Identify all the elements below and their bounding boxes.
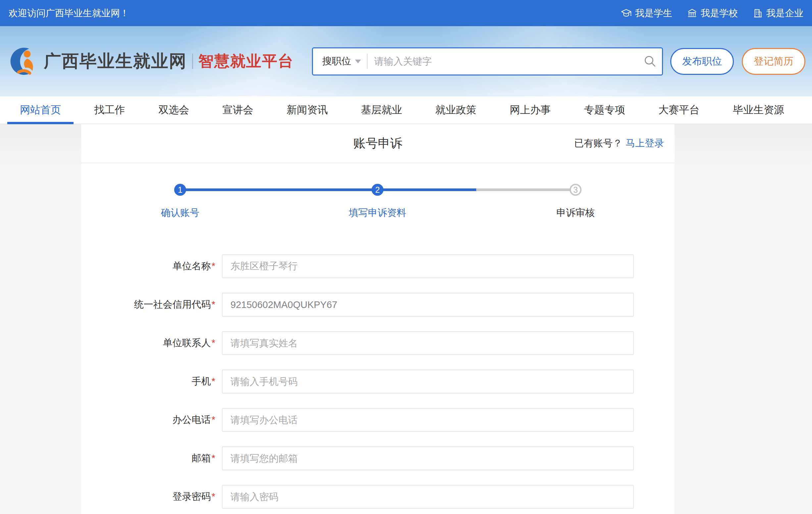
panel-header: 账号申诉 已有账号？ 马上登录 [81, 124, 674, 163]
step-2-circle: 2 [372, 184, 383, 196]
form-row-mobile: 手机* [81, 370, 674, 394]
search-input[interactable] [368, 56, 638, 67]
form-row-email: 邮箱* [81, 447, 674, 470]
step-2-label: 填写申诉资料 [349, 206, 406, 220]
student-link-label: 我是学生 [635, 7, 672, 20]
step-3-label: 申诉审核 [556, 206, 595, 220]
nav-item-policy[interactable]: 就业政策 [435, 96, 476, 123]
register-resume-button[interactable]: 登记简历 [742, 48, 805, 75]
site-tagline: 智慧就业平台 [198, 51, 294, 72]
nav-item-find-job[interactable]: 找工作 [94, 96, 125, 123]
school-link[interactable]: 我是学校 [687, 7, 738, 20]
mobile-input[interactable] [222, 370, 634, 394]
search-icon [643, 54, 657, 68]
step-1-label: 确认账号 [161, 206, 199, 220]
required-asterisk: * [212, 261, 215, 271]
enterprise-link-label: 我是企业 [766, 7, 803, 20]
appeal-form: 单位名称* 统一社会信用代码* 单位联系人* 手机* 办公电话* 邮箱* [81, 254, 674, 509]
nav-item-special-topics[interactable]: 专题专项 [584, 96, 625, 123]
contact-person-input[interactable] [222, 331, 634, 355]
step-1-circle: 1 [174, 184, 186, 196]
nav-item-job-fair[interactable]: 双选会 [158, 96, 189, 123]
form-row-password: 登录密码* [81, 485, 674, 509]
email-label: 邮箱* [81, 452, 215, 465]
site-name: 广西毕业生就业网 [44, 50, 187, 73]
header-actions: 发布职位 登记简历 [670, 48, 805, 75]
publish-job-button[interactable]: 发布职位 [670, 48, 734, 75]
unit-name-label: 单位名称* [81, 260, 215, 273]
nav-item-grassroots[interactable]: 基层就业 [361, 96, 402, 123]
school-link-label: 我是学校 [701, 7, 738, 20]
form-row-contact-person: 单位联系人* [81, 331, 674, 355]
login-hint-text: 已有账号？ [574, 137, 622, 150]
graduation-cap-icon [620, 8, 632, 18]
search-button[interactable] [638, 48, 662, 75]
nav-item-graduate-resources[interactable]: 毕业生资源 [733, 96, 784, 123]
office-phone-input[interactable] [222, 408, 634, 432]
student-link[interactable]: 我是学生 [620, 7, 672, 20]
nav-item-info-session[interactable]: 宣讲会 [223, 96, 253, 123]
search-category-select[interactable]: 搜职位 [313, 55, 367, 68]
form-row-credit-code: 统一社会信用代码* [81, 293, 674, 317]
required-asterisk: * [212, 376, 215, 387]
form-row-unit-name: 单位名称* [81, 254, 674, 278]
required-asterisk: * [212, 453, 215, 463]
step-line-1-2 [180, 189, 378, 191]
site-logo[interactable]: 广西毕业生就业网 智慧就业平台 [9, 46, 294, 77]
office-phone-label: 办公电话* [81, 413, 215, 427]
school-icon [687, 8, 697, 18]
form-row-office-phone: 办公电话* [81, 408, 674, 432]
step-3-circle: 3 [570, 184, 581, 196]
search-category-label: 搜职位 [322, 55, 351, 68]
password-input[interactable] [222, 485, 634, 509]
step-line-2-3-progress [378, 189, 476, 191]
enterprise-link[interactable]: 我是企业 [752, 7, 803, 20]
nav-item-online-services[interactable]: 网上办事 [510, 96, 551, 123]
chevron-down-icon [355, 60, 361, 63]
topbar-role-links: 我是学生 我是学校 我是企业 [620, 7, 803, 20]
appeal-panel: 账号申诉 已有账号？ 马上登录 1 2 3 确认账号 填写申诉资料 申诉审核 单… [81, 124, 674, 514]
nav-item-home[interactable]: 网站首页 [20, 96, 61, 123]
email-input[interactable] [222, 447, 634, 470]
welcome-text: 欢迎访问广西毕业生就业网！ [9, 7, 129, 20]
nav-item-news[interactable]: 新闻资讯 [286, 96, 327, 123]
enterprise-icon [752, 8, 763, 18]
topbar: 欢迎访问广西毕业生就业网！ 我是学生 我是学校 [0, 0, 812, 26]
nav-item-competition[interactable]: 大赛平台 [658, 96, 699, 123]
required-asterisk: * [212, 338, 215, 348]
mobile-label: 手机* [81, 375, 215, 388]
unit-name-input[interactable] [222, 254, 634, 278]
required-asterisk: * [212, 491, 215, 502]
main-nav: 网站首页 找工作 双选会 宣讲会 新闻资讯 基层就业 就业政策 网上办事 专题专… [0, 96, 812, 124]
contact-person-label: 单位联系人* [81, 337, 215, 350]
required-asterisk: * [212, 299, 215, 310]
logo-divider [192, 54, 193, 69]
content-background: 账号申诉 已有账号？ 马上登录 1 2 3 确认账号 填写申诉资料 申诉审核 单… [0, 124, 812, 514]
step-line-2-3-remaining [476, 189, 576, 191]
logo-emblem-icon [9, 46, 39, 77]
login-hint: 已有账号？ 马上登录 [574, 124, 664, 163]
credit-code-label: 统一社会信用代码* [81, 298, 215, 311]
header-banner: 广西毕业生就业网 智慧就业平台 搜职位 发布职位 登记简历 [0, 26, 812, 96]
credit-code-input[interactable] [222, 293, 634, 317]
job-search-box: 搜职位 [312, 47, 663, 76]
required-asterisk: * [212, 414, 215, 425]
login-now-link[interactable]: 马上登录 [626, 137, 664, 150]
password-label: 登录密码* [81, 490, 215, 504]
appeal-stepper: 1 2 3 确认账号 填写申诉资料 申诉审核 [81, 184, 674, 224]
